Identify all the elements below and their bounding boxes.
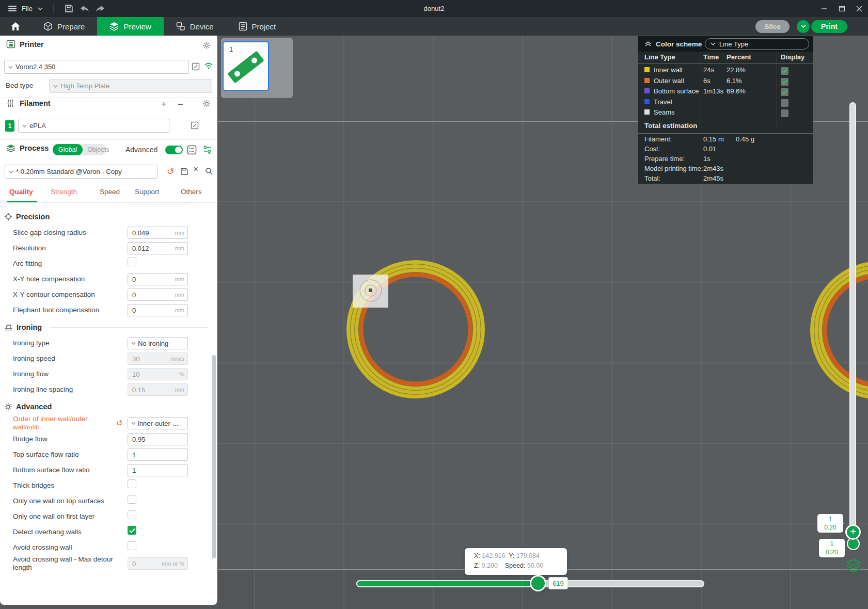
tab-support[interactable]: Support — [135, 188, 159, 196]
filament-select[interactable]: ePLA — [18, 119, 169, 133]
tab-project[interactable]: Project — [226, 17, 289, 36]
print-dropdown-button[interactable] — [797, 20, 810, 33]
setting-select[interactable]: inner-outer-... — [128, 417, 188, 429]
tab-quality[interactable]: Quality — [9, 188, 33, 196]
setting-input[interactable]: 0mm — [128, 304, 188, 316]
setting-label: Ironing speed — [13, 355, 115, 363]
setting-row: Bridge flow0.95 — [0, 431, 211, 447]
chevron-down-icon — [8, 66, 13, 69]
setting-checkbox[interactable] — [128, 258, 136, 266]
layer-slider-track[interactable] — [849, 102, 856, 544]
filament-section-title: Filament — [20, 99, 51, 107]
tab-device[interactable]: Device — [164, 17, 226, 36]
setting-row: Ironing flow10% — [0, 366, 211, 382]
advanced-toggle[interactable] — [165, 146, 183, 154]
setting-input[interactable]: 0.049mm — [128, 227, 188, 239]
setting-input[interactable]: 0.15mm — [128, 383, 188, 396]
settings-group-header: Ironing — [0, 319, 211, 335]
display-checkbox[interactable] — [781, 99, 788, 107]
preset-list-icon[interactable] — [187, 145, 197, 157]
save-icon[interactable] — [64, 4, 74, 14]
reset-preset-icon[interactable]: ↺ — [167, 166, 174, 177]
slice-button[interactable]: Slice — [755, 20, 790, 33]
setting-label: Slice gap closing radius — [13, 229, 115, 237]
setting-input[interactable]: 0mm or % — [128, 557, 188, 570]
tab-strength[interactable]: Strength — [51, 188, 77, 196]
save-preset-icon[interactable] — [180, 167, 188, 178]
setting-input[interactable]: 10% — [128, 368, 188, 380]
printer-icon — [6, 40, 15, 49]
setting-row: Slice gap closing radius0.049mm — [0, 225, 211, 241]
setting-checkbox[interactable] — [128, 495, 136, 504]
setting-input[interactable]: 1 — [128, 448, 188, 461]
search-preset-icon[interactable] — [205, 167, 213, 178]
tab-preview[interactable]: Preview — [97, 17, 163, 36]
setting-checkbox[interactable] — [128, 541, 136, 550]
section-divider — [0, 98, 217, 98]
filament-slot-number[interactable]: 1 — [5, 120, 14, 132]
redo-icon[interactable] — [95, 4, 105, 14]
line-type-swatch — [644, 88, 650, 93]
sidebar-scrollbar[interactable] — [212, 355, 216, 558]
setting-checkbox[interactable] — [128, 510, 136, 519]
display-checkbox[interactable] — [781, 109, 788, 117]
total-estimation-title: Total estimation — [644, 122, 698, 130]
delete-preset-icon[interactable]: × — [193, 164, 198, 174]
bed-type-select[interactable]: High Temp Plate — [49, 79, 212, 93]
reset-setting-icon[interactable]: ↺ — [116, 419, 123, 428]
setting-input[interactable]: 1 — [128, 464, 188, 476]
undo-icon[interactable] — [80, 4, 90, 14]
process-scope-toggle[interactable]: Global Objects — [53, 144, 106, 155]
layer-slider-add-handle[interactable]: + — [845, 524, 861, 540]
tab-speed[interactable]: Speed — [100, 188, 120, 196]
tab-others[interactable]: Others — [181, 188, 202, 196]
setting-label: X-Y contour compensation — [13, 291, 115, 299]
setting-input[interactable]: 30mm/s — [128, 352, 188, 365]
setting-row: X-Y hole compensation0mm — [0, 271, 211, 287]
setting-input[interactable]: 0mm — [128, 289, 188, 301]
move-slider-handle[interactable] — [530, 575, 546, 591]
setting-label: Avoid crossing wall - Max detour length — [13, 555, 115, 572]
speed-value: 50.00 — [527, 562, 543, 569]
setting-input[interactable]: 0.012mm — [128, 242, 188, 254]
setting-row: Elephant foot compensation0mm — [0, 302, 211, 318]
compare-params-icon[interactable] — [203, 145, 212, 156]
filament-settings-gear-icon[interactable] — [202, 100, 211, 110]
plate-thumbnail[interactable]: 1 — [223, 41, 269, 91]
close-button[interactable] — [850, 0, 868, 17]
layers-view-icon[interactable] — [845, 558, 862, 576]
printer-select[interactable]: Voron2.4 350 — [4, 60, 189, 74]
line-type-row: Travel — [638, 98, 813, 108]
color-scheme-select[interactable]: Line Type — [705, 38, 809, 50]
setting-checkbox[interactable] — [128, 526, 136, 535]
process-preset-select[interactable]: * 0.20mm Standard @Voron - Copy — [5, 165, 157, 179]
scope-objects[interactable]: Objects — [83, 146, 114, 153]
wifi-connection-icon[interactable] — [204, 62, 213, 72]
setting-checkbox[interactable] — [128, 479, 136, 488]
add-filament-icon[interactable]: + — [161, 99, 167, 110]
file-menu[interactable]: File — [22, 5, 33, 12]
printer-settings-gear-icon[interactable] — [202, 41, 211, 52]
display-checkbox[interactable] — [781, 88, 788, 96]
menu-icon[interactable] — [8, 6, 17, 11]
remove-filament-icon[interactable]: − — [178, 99, 183, 110]
setting-label: Thick bridges — [13, 482, 115, 490]
settings-list: PrecisionSlice gap closing radius0.049mm… — [0, 207, 211, 572]
window-title: donut2 — [0, 5, 868, 12]
edit-printer-icon[interactable] — [192, 62, 200, 73]
setting-input[interactable]: 0.95 — [128, 433, 188, 445]
print-button[interactable]: Print — [811, 20, 847, 33]
minimize-button[interactable] — [815, 0, 833, 17]
edit-filament-icon[interactable] — [191, 121, 199, 132]
tab-prepare[interactable]: Prepare — [31, 17, 97, 36]
setting-select[interactable]: No ironing — [128, 337, 188, 349]
setting-input[interactable]: 0mm — [128, 273, 188, 285]
chevron-down-icon[interactable] — [38, 7, 43, 10]
collapse-panel-icon[interactable] — [644, 41, 652, 46]
display-checkbox[interactable] — [781, 67, 788, 75]
display-checkbox[interactable] — [781, 78, 788, 86]
home-button[interactable] — [0, 17, 31, 36]
scope-global[interactable]: Global — [53, 144, 83, 155]
setting-label: Only one wall on top surfaces — [13, 497, 115, 505]
maximize-button[interactable] — [833, 0, 850, 17]
